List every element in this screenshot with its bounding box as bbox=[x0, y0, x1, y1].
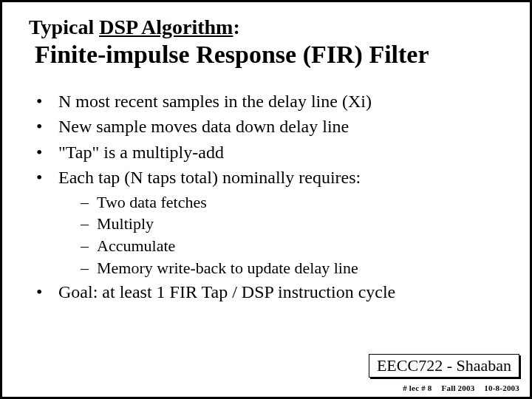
footer-meta: # lec # 8 Fall 2003 10-8-2003 bbox=[395, 383, 519, 392]
bullet-list: N most recent samples in the delay line … bbox=[36, 89, 508, 304]
list-item: Multiply bbox=[81, 213, 508, 235]
footer-date: 10-8-2003 bbox=[484, 383, 519, 392]
list-item: N most recent samples in the delay line … bbox=[36, 89, 508, 113]
list-item: Each tap (N taps total) nominally requir… bbox=[36, 166, 508, 279]
pretitle-plain: Typical bbox=[29, 16, 99, 38]
slide-pretitle: Typical DSP Algorithm: bbox=[29, 16, 508, 39]
list-item: Accumulate bbox=[81, 235, 508, 257]
list-item: Memory write-back to update delay line bbox=[81, 257, 508, 279]
list-item: Two data fetches bbox=[81, 191, 508, 214]
slide-container: Typical DSP Algorithm: Finite-impulse Re… bbox=[0, 0, 532, 399]
list-item-text: Each tap (N taps total) nominally requir… bbox=[58, 168, 361, 187]
slide-title: Finite-impulse Response (FIR) Filter bbox=[35, 41, 508, 69]
footer-lecture-number: # lec # 8 bbox=[403, 383, 432, 392]
footer-course-box: EECC722 - Shaaban bbox=[369, 354, 519, 378]
footer-term: Fall 2003 bbox=[442, 383, 475, 392]
sub-bullet-list: Two data fetches Multiply Accumulate Mem… bbox=[81, 191, 508, 279]
list-item: "Tap" is a multiply-add bbox=[36, 140, 508, 164]
pretitle-underlined: DSP Algorithm bbox=[99, 16, 233, 38]
pretitle-colon: : bbox=[233, 16, 239, 38]
list-item: New sample moves data down delay line bbox=[36, 115, 508, 138]
list-item: Goal: at least 1 FIR Tap / DSP instructi… bbox=[36, 280, 508, 304]
